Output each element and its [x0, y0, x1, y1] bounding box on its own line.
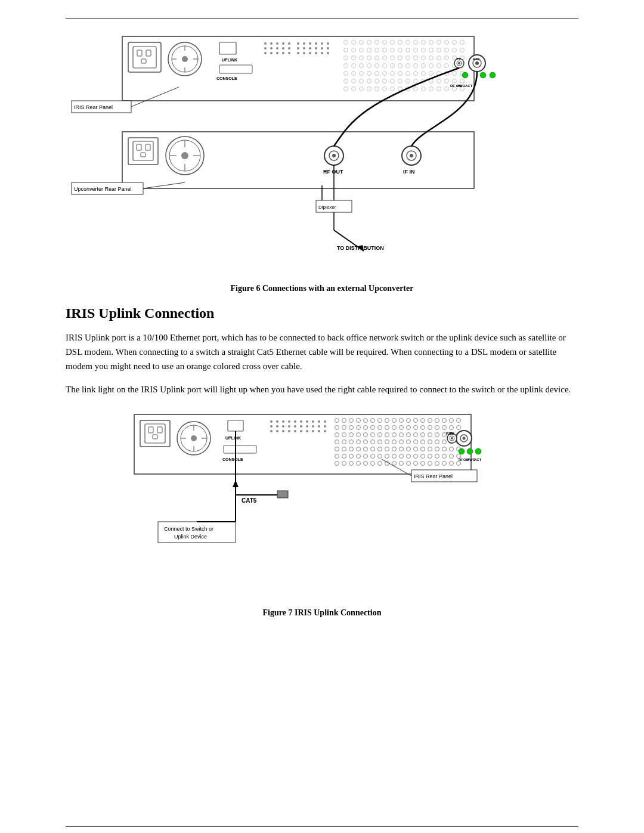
- svg-point-37: [327, 42, 329, 45]
- svg-point-391: [475, 448, 481, 454]
- svg-point-18: [270, 42, 273, 45]
- svg-point-31: [288, 52, 290, 54]
- svg-text:TX: TX: [456, 57, 461, 61]
- svg-point-170: [462, 72, 468, 78]
- svg-point-24: [276, 47, 278, 49]
- section-heading: IRIS Uplink Connection: [66, 305, 578, 321]
- svg-rect-216: [153, 435, 157, 439]
- figure-6-caption: Figure 6 Connections with an external Up…: [66, 284, 578, 293]
- bottom-rule: [66, 826, 578, 827]
- svg-point-164: [475, 61, 479, 65]
- svg-point-236: [288, 425, 290, 428]
- figure-6-area: UPLINK CONSOLE: [66, 30, 578, 281]
- svg-point-234: [276, 425, 278, 428]
- svg-point-253: [300, 430, 302, 432]
- svg-point-38: [297, 47, 299, 49]
- svg-point-40: [309, 47, 311, 49]
- svg-point-240: [282, 430, 284, 432]
- svg-point-28: [270, 52, 273, 54]
- svg-text:CONSOLE: CONSOLE: [216, 76, 237, 80]
- svg-point-29: [276, 52, 278, 54]
- svg-point-187: [181, 152, 188, 159]
- svg-point-241: [288, 430, 290, 432]
- svg-point-33: [303, 42, 305, 45]
- svg-point-389: [451, 437, 453, 439]
- svg-point-42: [321, 47, 323, 49]
- svg-point-169: [490, 72, 496, 78]
- svg-text:ACT: ACT: [474, 458, 482, 462]
- svg-marker-403: [233, 480, 239, 487]
- svg-point-32: [297, 42, 299, 45]
- svg-point-41: [315, 47, 317, 49]
- svg-text:IF IN: IF IN: [403, 169, 415, 175]
- svg-text:RF ON: RF ON: [450, 84, 462, 88]
- svg-point-244: [306, 420, 308, 423]
- svg-rect-4: [146, 50, 151, 56]
- svg-text:CAT5: CAT5: [242, 497, 257, 504]
- svg-rect-226: [224, 445, 256, 453]
- svg-rect-215: [157, 427, 162, 433]
- body-paragraph-1: IRIS Uplink port is a 10/100 Ethernet po…: [66, 330, 578, 373]
- svg-point-17: [264, 42, 267, 45]
- svg-point-23: [270, 47, 273, 49]
- svg-point-251: [318, 425, 320, 428]
- svg-point-232: [294, 420, 296, 423]
- svg-point-239: [276, 430, 278, 432]
- svg-point-34: [309, 42, 311, 45]
- svg-point-22: [264, 47, 267, 49]
- svg-point-249: [306, 425, 308, 428]
- svg-point-49: [327, 52, 329, 54]
- svg-point-8: [182, 56, 188, 62]
- svg-point-30: [282, 52, 284, 54]
- svg-text:CONSOLE: CONSOLE: [222, 457, 243, 462]
- svg-point-25: [282, 47, 284, 49]
- svg-point-230: [282, 420, 284, 423]
- svg-point-254: [306, 430, 308, 432]
- body-paragraph-2: The link light on the IRIS Uplink port w…: [66, 382, 578, 397]
- svg-point-242: [294, 430, 296, 432]
- svg-rect-3: [137, 50, 142, 56]
- figure-7-area: UPLINK CONSOLE: [66, 408, 578, 605]
- svg-point-47: [315, 52, 317, 54]
- svg-rect-183: [145, 144, 150, 150]
- svg-point-21: [288, 42, 290, 45]
- svg-point-255: [312, 430, 314, 432]
- svg-text:UPLINK: UPLINK: [222, 58, 237, 62]
- svg-point-238: [270, 430, 273, 432]
- svg-rect-214: [148, 427, 153, 433]
- svg-point-48: [321, 52, 323, 54]
- svg-point-26: [288, 47, 290, 49]
- svg-text:Upconverter Rear Panel: Upconverter Rear Panel: [74, 186, 132, 192]
- svg-point-168: [480, 72, 486, 78]
- svg-point-233: [270, 425, 273, 428]
- svg-point-235: [282, 425, 284, 428]
- svg-point-248: [300, 425, 302, 428]
- svg-text:RF OUT: RF OUT: [323, 169, 343, 175]
- svg-point-231: [288, 420, 290, 423]
- svg-point-20: [282, 42, 284, 45]
- svg-rect-5: [141, 59, 146, 63]
- svg-point-27: [264, 52, 267, 54]
- svg-point-45: [303, 52, 305, 54]
- figure-7-caption: Figure 7 IRIS Uplink Connection: [66, 608, 578, 618]
- figure-7-svg: UPLINK CONSOLE: [66, 408, 578, 602]
- svg-rect-2: [133, 47, 156, 68]
- svg-point-243: [300, 420, 302, 423]
- svg-point-246: [318, 420, 320, 423]
- page-container: UPLINK CONSOLE: [0, 18, 644, 833]
- svg-rect-182: [137, 144, 141, 150]
- content-area: UPLINK CONSOLE: [66, 18, 578, 618]
- svg-point-35: [315, 42, 317, 45]
- svg-text:Diplexer: Diplexer: [318, 205, 336, 210]
- svg-point-237: [294, 425, 296, 428]
- svg-text:Uplink Device: Uplink Device: [174, 534, 207, 540]
- svg-text:Connect to Switch or: Connect to Switch or: [164, 526, 213, 532]
- svg-point-256: [318, 430, 320, 432]
- svg-point-219: [191, 435, 197, 441]
- svg-rect-224: [228, 420, 243, 431]
- svg-point-245: [312, 420, 314, 423]
- svg-text:IRIS Rear Panel: IRIS Rear Panel: [414, 473, 453, 479]
- svg-point-390: [467, 448, 473, 454]
- svg-rect-15: [219, 65, 252, 73]
- svg-text:IRIS Rear Panel: IRIS Rear Panel: [74, 104, 113, 110]
